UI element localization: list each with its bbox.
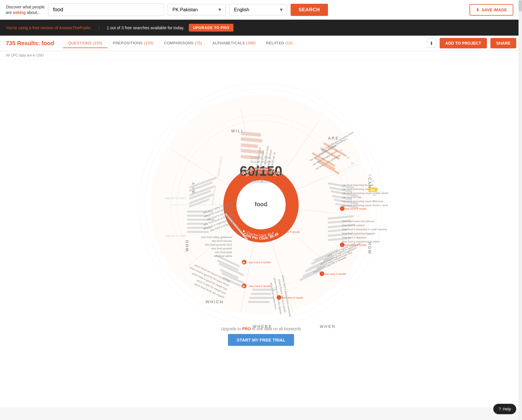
help-icon: ?: [499, 407, 501, 411]
svg-text:10: 10: [331, 146, 334, 149]
svg-text:HOW: HOW: [367, 242, 372, 254]
svg-text:500: 500: [370, 189, 375, 191]
svg-text:See more 9 results: See more 9 results: [278, 231, 300, 233]
svg-text:can food for cats: can food for cats: [342, 196, 362, 199]
svg-rect-79: [249, 297, 274, 299]
svg-text:can food poisoning cause sudde: can food poisoning cause sudden death: [342, 192, 388, 195]
main-content: Search Volume: 22.2K Cost Per Click: $0.…: [0, 60, 522, 408]
svg-text:how food is transported in pla: how food is transported in plants: [342, 240, 380, 243]
svg-text:See more 9 results: See more 9 results: [324, 273, 346, 275]
svg-rect-42: [187, 231, 209, 233]
svg-text:can food poisoning be fatal: can food poisoning be fatal: [342, 184, 374, 187]
svg-text:food: food: [255, 201, 267, 207]
tab-prepositions[interactable]: PREPOSITIONS (105): [108, 39, 159, 48]
svg-point-127: [340, 242, 345, 247]
svg-text:Upgrade to Unlock: Upgrade to Unlock: [352, 233, 374, 236]
tab-alphabeticals[interactable]: ALPHABETICALS (390): [207, 39, 261, 48]
svg-text:See more 9 results: See more 9 results: [345, 207, 367, 210]
svg-text:who food plate: who food plate: [215, 251, 232, 254]
svg-text:how food is absorbed in small : how food is absorbed in small intestine: [342, 228, 387, 231]
svg-point-150: [320, 271, 324, 276]
svg-text:WHEN: WHEN: [320, 324, 336, 329]
tab-comparisons[interactable]: COMPARISONS (75): [159, 39, 207, 48]
svg-text:who food pyramid: who food pyramid: [211, 247, 232, 250]
share-button[interactable]: SHARE: [490, 38, 516, 48]
header: Discover what people are asking about...…: [0, 0, 522, 20]
help-button[interactable]: ? Help: [493, 404, 516, 414]
banner-search-count: 1 out of 3 free searches available for t…: [107, 25, 184, 30]
add-to-project-button[interactable]: ADD TO PROJECT: [440, 38, 487, 48]
svg-text:Cost Per Click: Cost Per Click: [251, 156, 271, 159]
tabs-right-actions: ⬇ ADD TO PROJECT SHARE: [427, 38, 516, 48]
brand-tagline: Discover what people are asking about...: [6, 4, 45, 15]
upgrade-to-pro-button[interactable]: UPGRADE TO PRO: [189, 24, 233, 32]
svg-text:Questions: Questions: [252, 179, 270, 184]
banner-free-text: You're using a free version of AnswerThe…: [6, 25, 92, 30]
svg-text:can food poisoning cause dizzi: can food poisoning cause dizziness: [342, 200, 383, 203]
svg-text:who food safety guidelines: who food safety guidelines: [201, 236, 232, 239]
wheel-visualization: Search Volume: 22.2K Cost Per Click: $0.…: [130, 74, 392, 335]
svg-text:15: 15: [373, 200, 376, 202]
svg-rect-78: [251, 293, 271, 295]
svg-text:who food pyramid 2023: who food pyramid 2023: [204, 243, 232, 246]
search-button[interactable]: SEARCH: [291, 4, 328, 16]
svg-text:Search Volume: Search Volume: [250, 160, 272, 163]
save-image-button[interactable]: ⬇ SAVE IMAGE: [470, 4, 513, 16]
svg-point-125: [340, 206, 345, 211]
svg-text:See more 9 results: See more 9 results: [249, 285, 271, 288]
svg-text:10: 10: [351, 162, 354, 165]
svg-text:Upgrade to Unlock: Upgrade to Unlock: [165, 234, 186, 237]
tab-questions[interactable]: QUESTIONS (150): [63, 39, 108, 48]
results-label: 735 Results: food: [6, 40, 54, 47]
svg-text:WHERE: WHERE: [253, 324, 272, 329]
language-select[interactable]: English French German: [229, 4, 287, 15]
svg-text:See more 9 results: See more 9 results: [249, 230, 271, 233]
svg-text:15: 15: [373, 194, 376, 197]
svg-text:how food is wasted: how food is wasted: [342, 224, 365, 227]
scrollbar[interactable]: [519, 0, 522, 420]
svg-text:WHO: WHO: [185, 239, 189, 251]
svg-text:10: 10: [339, 149, 342, 152]
svg-text:10: 10: [347, 156, 349, 159]
svg-text:can food poisoning cause blood: can food poisoning cause blood in stool: [342, 204, 388, 207]
save-icon: ⬇: [476, 8, 479, 12]
download-button[interactable]: ⬇: [427, 39, 436, 48]
svg-text:15: 15: [371, 179, 374, 182]
tab-related[interactable]: RELATED (15): [261, 39, 298, 48]
language-select-wrapper: English French German ▼: [229, 4, 287, 15]
svg-text:15: 15: [368, 174, 371, 176]
free-trial-button[interactable]: START MY FREE TRIAL: [228, 334, 294, 346]
svg-text:Upgrade to Unlock: Upgrade to Unlock: [165, 197, 186, 200]
cpc-note: All CPC data are in USD: [0, 51, 522, 60]
tabs-bar: 735 Results: food QUESTIONS (150) PREPOS…: [0, 36, 522, 51]
country-select[interactable]: PK Pakistan US United States GB United K…: [168, 4, 226, 15]
svg-text:who food security: who food security: [211, 240, 232, 242]
svg-text:how food enters the phloem: how food enters the phloem: [342, 220, 374, 223]
search-input[interactable]: [48, 3, 164, 16]
svg-text:See more 9 results: See more 9 results: [281, 296, 303, 299]
svg-text:See more 9 results: See more 9 results: [249, 261, 271, 264]
free-version-banner: You're using a free version of AnswerThe…: [0, 20, 522, 36]
svg-rect-80: [248, 301, 270, 303]
svg-text:who food safety: who food safety: [213, 255, 232, 258]
scrollbar-thumb[interactable]: [519, 0, 522, 12]
svg-text:WHICH: WHICH: [206, 300, 224, 304]
country-select-wrapper: PK Pakistan US United States GB United K…: [168, 4, 226, 15]
svg-text:how food is digested: how food is digested: [342, 236, 366, 239]
svg-text:▶: ▶: [243, 284, 245, 288]
svg-text:▶: ▶: [243, 261, 245, 264]
